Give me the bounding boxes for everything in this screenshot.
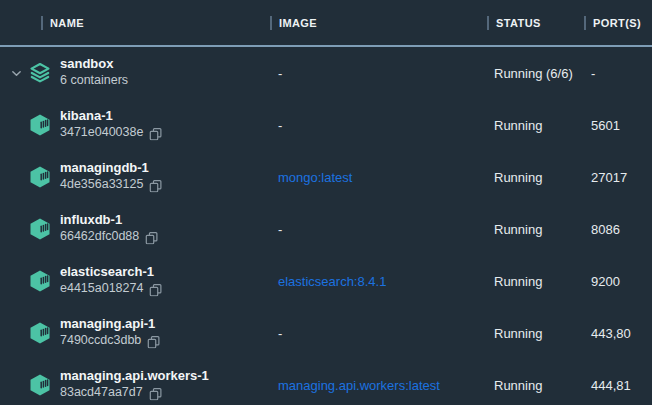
ports-cell: 444,81: [591, 378, 631, 393]
copy-icon[interactable]: [149, 127, 162, 140]
container-cube-icon: [28, 113, 52, 137]
name-cell: sandbox 6 containers: [60, 57, 128, 88]
container-cube-icon: [28, 321, 52, 345]
container-id: 83acd47aa7d7: [60, 387, 143, 401]
container-subline: 66462dfc0d88: [60, 231, 158, 245]
status-cell: Running: [494, 326, 542, 341]
container-id: 4de356a33125: [60, 179, 143, 193]
copy-icon[interactable]: [149, 387, 162, 400]
column-header-image[interactable]: IMAGE: [270, 0, 317, 45]
container-subline: 7490ccdc3dbb: [60, 335, 160, 349]
column-header-label: NAME: [50, 17, 84, 29]
container-cube-icon: [28, 373, 52, 397]
image-cell: -: [278, 326, 282, 341]
container-name: managing.api.workers-1: [60, 369, 209, 383]
container-id: 66462dfc0d88: [60, 231, 139, 245]
container-name: sandbox: [60, 57, 128, 71]
table-row[interactable]: elasticsearch-1 e4415a018274 elasticsear…: [0, 255, 652, 307]
expand-chevron-icon[interactable]: [10, 67, 22, 79]
container-id: 7490ccdc3dbb: [60, 335, 141, 349]
name-cell: elasticsearch-1 e4415a018274: [60, 265, 162, 296]
container-subline: 83acd47aa7d7: [60, 387, 209, 401]
container-id: e4415a018274: [60, 283, 143, 297]
name-cell: managing.api.workers-1 83acd47aa7d7: [60, 369, 209, 400]
column-separator: [487, 16, 489, 30]
container-name: elasticsearch-1: [60, 265, 162, 279]
containers-table: NAME IMAGE STATUS PORT(S): [0, 0, 652, 405]
ports-cell: 27017: [591, 170, 627, 185]
image-cell: -: [278, 118, 282, 133]
copy-icon[interactable]: [145, 231, 158, 244]
column-header-label: PORT(S): [593, 17, 641, 29]
image-cell: -: [278, 66, 282, 81]
ports-cell: 5601: [591, 118, 620, 133]
column-header-label: STATUS: [496, 17, 541, 29]
container-cube-icon: [28, 269, 52, 293]
image-cell[interactable]: mongo:latest: [278, 170, 352, 185]
ports-cell: -: [591, 66, 595, 81]
status-cell: Running: [494, 170, 542, 185]
container-subline: e4415a018274: [60, 283, 162, 297]
container-id: 3471e040038e: [60, 127, 143, 141]
table-row[interactable]: influxdb-1 66462dfc0d88 - Running 8086: [0, 203, 652, 255]
name-cell: managing.api-1 7490ccdc3dbb: [60, 317, 160, 348]
image-cell: -: [278, 222, 282, 237]
name-cell: influxdb-1 66462dfc0d88: [60, 213, 158, 244]
container-id: 6 containers: [60, 75, 128, 89]
container-name: influxdb-1: [60, 213, 158, 227]
copy-icon[interactable]: [147, 335, 160, 348]
container-cube-icon: [28, 165, 52, 189]
column-separator: [270, 16, 272, 30]
table-row[interactable]: kibana-1 3471e040038e - Running 5601: [0, 99, 652, 151]
status-cell: Running: [494, 378, 542, 393]
image-cell[interactable]: managing.api.workers:latest: [278, 378, 440, 393]
table-row[interactable]: managing.api-1 7490ccdc3dbb - Running 44…: [0, 307, 652, 359]
container-name: managingdb-1: [60, 161, 162, 175]
status-cell: Running: [494, 274, 542, 289]
column-header-ports[interactable]: PORT(S): [584, 0, 641, 45]
status-cell: Running (6/6): [494, 66, 573, 81]
container-name: managing.api-1: [60, 317, 160, 331]
ports-cell: 8086: [591, 222, 620, 237]
name-cell: managingdb-1 4de356a33125: [60, 161, 162, 192]
stack-icon: [28, 61, 52, 85]
container-subline: 6 containers: [60, 75, 128, 89]
status-cell: Running: [494, 222, 542, 237]
ports-cell: 443,80: [591, 326, 631, 341]
table-row[interactable]: managingdb-1 4de356a33125 mongo:latest R…: [0, 151, 652, 203]
image-cell[interactable]: elasticsearch:8.4.1: [278, 274, 386, 289]
table-row[interactable]: managing.api.workers-1 83acd47aa7d7 mana…: [0, 359, 652, 405]
column-separator: [584, 16, 586, 30]
table-row[interactable]: sandbox 6 containers - Running (6/6) -: [0, 47, 652, 99]
column-separator: [41, 16, 43, 30]
column-header-status[interactable]: STATUS: [487, 0, 541, 45]
container-name: kibana-1: [60, 109, 162, 123]
copy-icon[interactable]: [149, 179, 162, 192]
container-subline: 3471e040038e: [60, 127, 162, 141]
column-header-label: IMAGE: [279, 17, 317, 29]
column-header-name[interactable]: NAME: [41, 0, 84, 45]
container-subline: 4de356a33125: [60, 179, 162, 193]
table-header: NAME IMAGE STATUS PORT(S): [0, 0, 652, 45]
status-cell: Running: [494, 118, 542, 133]
name-cell: kibana-1 3471e040038e: [60, 109, 162, 140]
ports-cell: 9200: [591, 274, 620, 289]
container-rows: sandbox 6 containers - Running (6/6) -: [0, 47, 652, 405]
container-cube-icon: [28, 217, 52, 241]
copy-icon[interactable]: [149, 283, 162, 296]
